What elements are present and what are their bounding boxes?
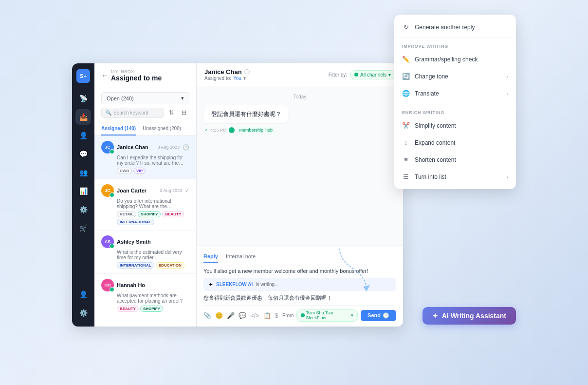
ai-translation: 您會得到新會員歡迎優惠，每個月還會有現金回贈喔！ [203, 294, 396, 302]
assigned-you: You [233, 76, 241, 81]
conv-preview: Can I expedite the shipping for my order… [117, 155, 189, 166]
chat-area: Janice Chan ⓘ Assigned to: You ▾ Filter … [197, 63, 403, 327]
list-icon: ☰ [402, 173, 410, 180]
code-icon[interactable]: </> [250, 312, 259, 319]
menu-item-grammar[interactable]: ✏️ Grammar/spelling check [394, 51, 516, 68]
sparkle-icon: ✦ [432, 312, 438, 320]
compose-toolbar: 📎 😊 🎤 💬 </> 📋 $ From Tsim Sha Tsui Sleek… [203, 306, 396, 322]
sidebar-item-contacts[interactable]: 👤 [75, 128, 91, 143]
tab-unassigned[interactable]: Unassigned (200) [143, 122, 181, 135]
sidebar-item-reports[interactable]: 📊 [75, 183, 91, 199]
tab-reply[interactable]: Reply [203, 251, 218, 263]
conv-name: Janice Chan [117, 144, 154, 150]
menu-item-label: Translate [415, 90, 439, 97]
sort-icon[interactable]: ⇅ [166, 107, 177, 118]
tag-international: INTERNATIONAL [117, 219, 154, 225]
conversation-list: JC Janice Chan 3 Aug 2023 🕐 Can I expedi… [94, 136, 196, 327]
sidebar-item-team[interactable]: 👥 [75, 165, 91, 180]
menu-item-list[interactable]: ☰ Turn into list › [394, 168, 516, 185]
tag-education: EDUCATION [156, 262, 184, 269]
avatar-wrap: JC [101, 141, 114, 154]
chevron-down-icon[interactable]: ▾ [243, 76, 246, 81]
mention-icon[interactable]: 💬 [239, 312, 246, 319]
avatar-wrap: JC [101, 184, 114, 197]
conv-preview: What payment methods are accepted for pl… [117, 293, 189, 304]
tag-retail: RETAIL [117, 211, 136, 217]
tag-cwb: CWB [117, 168, 132, 174]
menu-item-simplify[interactable]: ✂️ Simplify content [394, 117, 516, 134]
sidebar-item-automation[interactable]: ⚙️ [75, 202, 91, 217]
clock-icon: 🕐 [183, 144, 189, 151]
search-placeholder: Search keyword [113, 110, 148, 116]
conv-preview: Do you offer international shipping? Wha… [117, 198, 189, 209]
ai-menu: ↻ Generate another reply IMPROVE WRITING… [394, 15, 516, 189]
message-bubble: 登記會員還有什麼好處呢？ [204, 105, 288, 123]
chevron-down-icon: ▾ [388, 72, 391, 77]
menu-item-label: Change tone [415, 73, 448, 80]
sidebar-item-inbox[interactable]: 📥 [75, 109, 91, 125]
app-window: S+ 📡 📥 👤 💬 👥 📊 ⚙️ 🛒 👤 ⚙️ ← MY INBOX Assi… [72, 63, 403, 327]
sidebar-item-shop[interactable]: 🛒 [75, 220, 91, 236]
conv-tags: BEAUTY SHOPIFY [117, 306, 189, 312]
ai-writing-status: is writing... [256, 282, 278, 287]
channel-filter[interactable]: All channels ▾ [350, 70, 395, 79]
inbox-header: ← MY INBOX Assigned to me [94, 63, 196, 88]
inbox-tabs: Assigned (140) Unassigned (200) [94, 122, 196, 136]
clock-icon: 🕐 [383, 312, 389, 319]
sidebar-item-users[interactable]: 👤 [75, 287, 91, 302]
from-badge[interactable]: Tsim Sha Tsui SleekFlow ▾ [296, 309, 358, 322]
attachment-icon[interactable]: 📎 [203, 312, 211, 319]
chat-header: Janice Chan ⓘ Assigned to: You ▾ Filter … [197, 63, 403, 86]
ai-writing-label: SLEEKFLOW AI [216, 282, 253, 287]
menu-item-expand[interactable]: ↕️ Expand content [394, 134, 516, 151]
channel-badge [110, 287, 114, 292]
tab-assigned[interactable]: Assigned (140) [101, 122, 136, 135]
compose-from: From Tsim Sha Tsui SleekFlow ▾ Send 🕐 [282, 309, 396, 322]
tag-beauty: BEAUTY [117, 306, 139, 312]
pen-icon: ✏️ [402, 56, 410, 63]
hub-tag: Membership Hub [237, 127, 276, 133]
search-box[interactable]: 🔍 Search keyword [101, 108, 164, 118]
copy-icon[interactable]: 📋 [263, 312, 271, 319]
open-dropdown[interactable]: Open (240) ▾ [101, 92, 189, 104]
sidebar-item-wifi[interactable]: 📡 [75, 91, 91, 106]
improve-section-label: IMPROVE WRITING [394, 40, 516, 51]
filter-icon[interactable]: ⊟ [179, 107, 189, 118]
mic-icon[interactable]: 🎤 [227, 312, 235, 319]
inbox-title: Assigned to me [111, 74, 162, 82]
inbox-nav: ← MY INBOX Assigned to me [101, 69, 189, 82]
tag-international: INTERNATIONAL [117, 262, 154, 269]
conversation-item-ashley[interactable]: AS Ashley Smith What is the estimated de… [94, 231, 196, 274]
menu-item-translate[interactable]: 🌐 Translate › [394, 85, 516, 102]
back-button[interactable]: ← [101, 72, 108, 79]
avatar-wrap: AS [101, 235, 114, 248]
conversation-item-hannah[interactable]: HH Hannah Ho What payment methods are ac… [94, 274, 196, 317]
assigned-row: Assigned to: You ▾ [204, 76, 250, 81]
conv-preview: What is the estimated delivery time for … [117, 250, 189, 260]
menu-item-label: Shorten content [415, 156, 456, 163]
conversation-item-janice[interactable]: JC Janice Chan 3 Aug 2023 🕐 Can I expedi… [94, 136, 196, 179]
tab-internal-note[interactable]: Internal note [226, 251, 256, 263]
conversation-item-joan[interactable]: JC Joan Carter 3 Aug 2023 ✓ Do you offer… [94, 179, 196, 231]
conv-date: 3 Aug 2023 [160, 188, 182, 193]
conv-name: Ashley Smith [117, 239, 189, 245]
menu-item-generate[interactable]: ↻ Generate another reply [394, 19, 516, 36]
filter-by-label: Filter by: [329, 72, 347, 77]
simplify-icon: ✂️ [402, 122, 410, 129]
menu-divider [394, 104, 516, 104]
menu-item-shorten[interactable]: ≡ Shorten content [394, 151, 516, 168]
conv-date: 3 Aug 2023 [157, 145, 180, 150]
ai-assistant-button[interactable]: ✦ AI Writing Assistant [423, 307, 516, 325]
tag-shopify: SHOPIFY [140, 306, 163, 312]
sidebar-item-chat[interactable]: 💬 [75, 146, 91, 162]
menu-item-tone[interactable]: 🔄 Change tone › [394, 68, 516, 85]
sidebar-item-settings[interactable]: ⚙️ [75, 305, 91, 321]
tag-beauty: BEAUTY [162, 211, 184, 217]
chevron-right-icon: › [506, 91, 508, 96]
send-button[interactable]: Send 🕐 [361, 310, 396, 321]
dollar-icon[interactable]: $ [275, 312, 278, 319]
conv-name: Joan Carter [117, 188, 157, 193]
app-logo[interactable]: S+ [76, 69, 90, 83]
emoji-icon[interactable]: 😊 [215, 312, 223, 319]
search-icon: 🔍 [106, 110, 111, 116]
